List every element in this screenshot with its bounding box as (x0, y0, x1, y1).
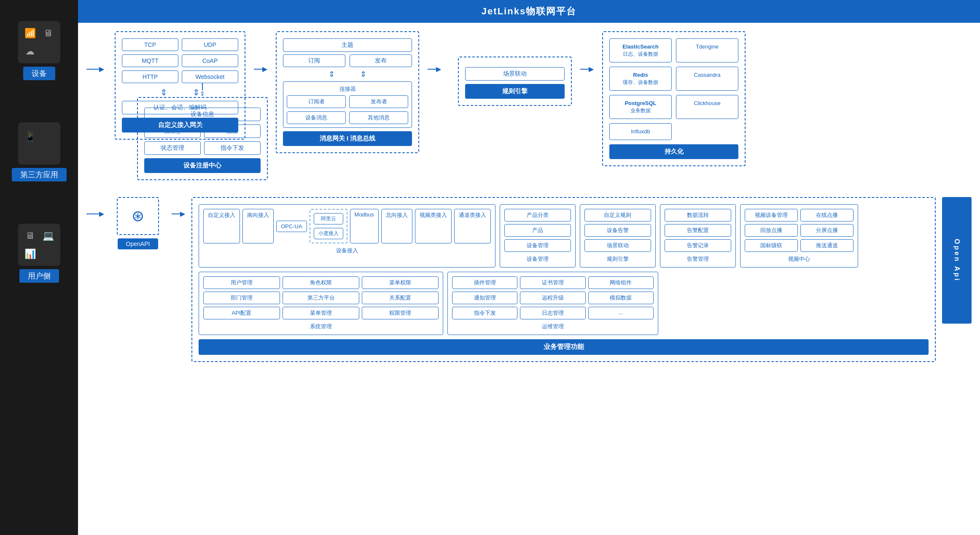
device-msg-btn: 设备消息 (287, 111, 346, 124)
video-center-title: 视频中心 (745, 255, 853, 263)
log-mgmt-item: 日志管理 (520, 307, 585, 319)
replay-vod-item: 回放点播 (745, 224, 798, 237)
func-row-1: 自定义接入 南向接入 OPC-UA 阿里云 小度接入 Modbus (199, 204, 929, 268)
redis-desc: 缓存、设备数据 (614, 79, 667, 86)
mobile-icon: 📱 (24, 132, 36, 143)
device-alarm-item: 设备告警 (584, 224, 651, 237)
aliyun-item: 阿里云 (314, 213, 343, 224)
user-mgmt-item: 用户管理 (203, 276, 280, 289)
mqtt-btn: MQTT (122, 54, 178, 67)
config-btn: 配置 (204, 124, 261, 138)
splitscreen-vod-item: 分屏点播 (800, 224, 853, 237)
wifi-icon: 📶 (24, 28, 36, 39)
influxdb-item: Influxdb (609, 123, 672, 140)
product-category-item: 产品分类 (504, 209, 571, 222)
connector-label: 连接器 (287, 85, 408, 93)
device-label: 设备 (23, 67, 55, 80)
video-channel-row: 视频类接入 通道类接入 (415, 209, 491, 243)
menu-mgmt-item: 菜单管理 (283, 307, 359, 319)
scene-storage-arrow: ▶ (580, 65, 594, 73)
monitor-icon: 🖥 (25, 230, 35, 241)
north-access-item: 北向接入 (381, 209, 412, 243)
alarm-mgmt-group: 数据流转 告警配置 告警记录 告警管理 (660, 204, 736, 268)
gateway-arrows: ⇕ ⇕ (122, 87, 238, 97)
south-access-item: 南向接入 (242, 209, 274, 243)
ops-group: 插件管理 证书管理 网络组件 通知管理 远程升级 模拟数据 指令下发 日志管理 … (447, 272, 658, 335)
msg-storage-arrow: ▶ (428, 65, 441, 73)
custom-access-item: 自定义接入 (203, 209, 240, 243)
channel-access-item: 通道类接入 (454, 209, 491, 243)
third-platform-item: 第三方平台 (283, 292, 359, 304)
cloud-icon: ☁ (25, 46, 35, 57)
sub-pub-row: 订阅 发布 (283, 54, 412, 67)
relation-config-item: 关系配置 (362, 292, 439, 304)
rule-engine-items: 自定义规则 设备告警 场景联动 (584, 209, 651, 252)
alarm-mgmt-title: 告警管理 (665, 255, 731, 263)
openapi-modules-arrow: ▶ (172, 210, 185, 218)
storage-box: ElasticSearch 日志、设备数据 Tdengine Redis 缓存、… (602, 31, 746, 166)
chart-icon: 📊 (24, 249, 36, 259)
thing-model-btn: 物模型 (144, 124, 201, 138)
sidebar-device-section: 📶 🖥 ☁ 设备 (18, 21, 60, 80)
cassandra-item: Cassandra (676, 67, 738, 91)
msg-arrows: ⇕ ⇕ (283, 70, 412, 79)
device-info-box: 设备信息 物模型 配置 状态管理 指令下发 设备注册中心 (137, 97, 268, 180)
open-api-panel: Open Api (942, 197, 972, 324)
device-mgmt-title: 设备管理 (504, 255, 571, 263)
ops-title: 运维管理 (452, 323, 654, 330)
push-channel-item: 推送通道 (800, 239, 853, 252)
menu-perm-item: 菜单权限 (362, 276, 439, 289)
storage-grid: ElasticSearch 日志、设备数据 Tdengine Redis 缓存、… (609, 38, 738, 140)
scene-linkage-item: 场景联动 (584, 239, 651, 252)
device-register-btn: 设备注册中心 (144, 158, 261, 173)
alarm-log-item: 告警记录 (665, 239, 731, 252)
subscribe-btn: 订阅 (283, 54, 345, 67)
alarm-mgmt-items: 数据流转 告警配置 告警记录 (665, 209, 731, 252)
openapi-label: OpenAPI (118, 238, 159, 249)
bottom-section: ▶ ⊛ OpenAPI ▶ (86, 197, 972, 362)
postgresql-item: PostgreSQL 业务数据 (609, 95, 672, 119)
main-content: JetLinks物联网平台 ▶ TCP UDP MQTT CoAP HTTP W… (78, 0, 980, 535)
custom-rule-item: 自定义规则 (584, 209, 651, 222)
sidebar-third-party-section: 📱 第三方应用 (12, 122, 67, 181)
device-info-row: ⇕ 设备信息 物模型 配置 状态管理 指令下发 设备注册中心 (137, 82, 972, 180)
dept-mgmt-item: 部门管理 (203, 292, 280, 304)
clickhouse-item: Clickhouse (676, 95, 738, 119)
system-mgmt-title: 系统管理 (203, 323, 439, 330)
device-mgmt-group: 产品分类 产品 设备管理 设备管理 (500, 204, 576, 268)
plugin-mgmt-item: 插件管理 (452, 276, 517, 289)
role-perm-item: 角色权限 (283, 276, 359, 289)
device-mgmt-items: 产品分类 产品 设备管理 (504, 209, 571, 252)
connector-section: 连接器 订阅者 发布者 设备消息 其他消息 (283, 81, 412, 128)
product-item: 产品 (504, 224, 571, 237)
opcua-row: OPC-UA 阿里云 小度接入 (276, 209, 347, 243)
cert-mgmt-item: 证书管理 (520, 276, 585, 289)
sidebar: 📶 🖥 ☁ 设备 📱 第三方应用 🖥 💻 📊 用户侧 (0, 0, 78, 535)
connector-row1: 订阅者 发布者 (287, 95, 408, 108)
user-label: 用户侧 (19, 269, 59, 283)
rule-engine-group: 自定义规则 设备告警 场景联动 规则引擎 (580, 204, 656, 268)
device-info-title: 设备信息 (144, 108, 261, 121)
ops-items: 插件管理 证书管理 网络组件 通知管理 远程升级 模拟数据 指令下发 日志管理 … (452, 276, 654, 319)
udp-btn: UDP (182, 38, 238, 51)
opcua-item: OPC-UA (276, 221, 307, 232)
publish-btn: 发布 (350, 54, 412, 67)
aliyun-box: 阿里云 小度接入 (310, 209, 347, 243)
remote-upgrade-item: 远程升级 (520, 292, 585, 304)
more-ops-item: ... (588, 307, 654, 319)
system-mgmt-group: 用户管理 角色权限 菜单权限 部门管理 第三方平台 关系配置 API配置 菜单管… (199, 272, 443, 335)
online-vod-item: 在线点播 (800, 209, 853, 222)
video-center-group: 视频设备管理 在线点播 回放点播 分屏点播 国标级联 推送通道 视频中心 (740, 204, 858, 268)
coap-btn: CoAP (182, 54, 238, 67)
device-access-items: 自定义接入 南向接入 OPC-UA 阿里云 小度接入 Modbus (203, 209, 491, 243)
device-access-title: 设备接入 (203, 247, 491, 254)
notify-mgmt-item: 通知管理 (452, 292, 517, 304)
video-center-items: 视频设备管理 在线点播 回放点播 分屏点播 国标级联 推送通道 (745, 209, 853, 252)
protocol-grid: TCP UDP MQTT CoAP HTTP Websocket (122, 38, 238, 83)
cmd-send-btn: 指令下发 (204, 141, 261, 155)
code-icon: 💻 (43, 230, 54, 241)
device-arrow: ▶ (86, 65, 104, 73)
http-btn: HTTP (122, 70, 178, 83)
state-mgmt-btn: 状态管理 (144, 141, 201, 155)
websocket-btn: Websocket (182, 70, 238, 83)
